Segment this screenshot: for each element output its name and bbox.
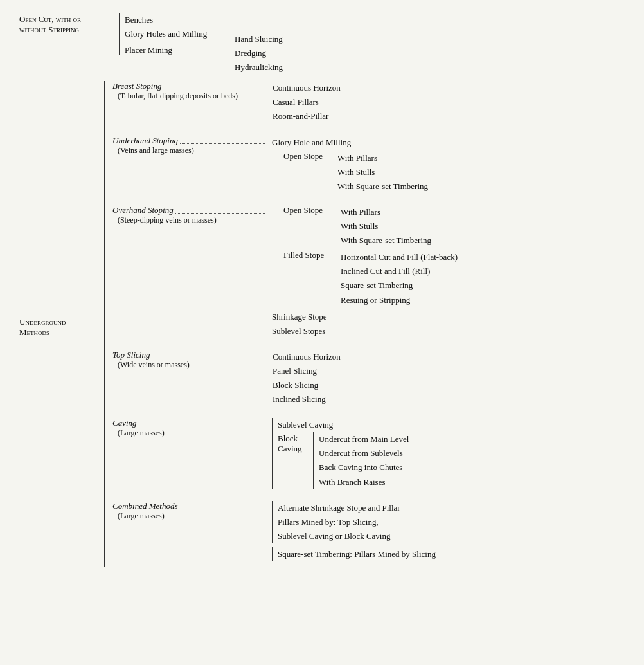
- caving-sub: (Large masses): [118, 428, 267, 438]
- underhand-open-stope-label: Open Stope: [283, 151, 332, 161]
- breast-stoping-name: Breast Stoping: [112, 81, 161, 91]
- underground-methods-col: Breast Stoping (Tabular, flat-dipping de…: [112, 81, 636, 567]
- underground-bracket: [90, 81, 112, 567]
- caving-results: Sublevel Caving Block Caving Undercut fr…: [267, 418, 409, 489]
- caving-dots: [139, 426, 265, 426]
- overhand-open-stulls: With Stulls: [341, 219, 431, 233]
- open-cut-item2: Glory Holes and Milling: [125, 27, 229, 41]
- combined-square-set-bracket: Square-set Timbering: Pillars Mined by S…: [272, 547, 436, 561]
- underhand-with-square-set: With Square-set Timbering: [337, 179, 428, 194]
- breast-result2: Casual Pillars: [273, 95, 341, 109]
- overhand-open-square-set: With Square-set Timbering: [341, 233, 431, 248]
- overhand-open-stope-group: Open Stope With Pillars With Stulls With…: [272, 205, 458, 248]
- underhand-open-stope-items: With Pillars With Stulls With Square-set…: [332, 151, 428, 194]
- underhand-glory-hole: Glory Hole and Milling: [272, 136, 428, 150]
- placer-method3: Hydraulicking: [235, 60, 283, 75]
- combined-label-col: Combined Methods (Large masses): [112, 501, 267, 521]
- block-caving-row: Block Caving Undercut from Main Level Un…: [278, 432, 409, 489]
- top-slicing-sub: (Wide veins or masses): [118, 360, 267, 370]
- overhand-stoping-row: Overhand Stoping (Steep-dipping veins or…: [112, 205, 636, 338]
- top-slicing-r2: Panel Slicing: [273, 364, 341, 378]
- overhand-sublevel-stopes: Sublevel Stopes: [272, 324, 458, 338]
- overhand-filled-stope-group: Filled Stope Horizontal Cut and Fill (Fl…: [272, 250, 458, 307]
- combined-r2: Pillars Mined by: Top Slicing,: [278, 515, 436, 529]
- underhand-name-row: Underhand Stoping: [112, 136, 267, 146]
- combined-r3: Sublevel Caving or Block Caving: [278, 529, 436, 543]
- placer-method2: Dredging: [235, 46, 283, 60]
- placer-methods-bracket: Hand Sluicing Dredging Hydraulicking: [229, 13, 283, 75]
- open-cut-title-line1: Open Cut, with or: [19, 14, 119, 24]
- overhand-name-row: Overhand Stoping: [112, 205, 267, 215]
- block-caving-r2: Undercut from Sublevels: [319, 446, 409, 460]
- placer-mining-label: Placer Mining: [125, 45, 172, 55]
- underhand-stoping-sub: (Veins and large masses): [118, 146, 267, 156]
- breast-result3: Room-and-Pillar: [273, 109, 341, 123]
- top-slicing-r3: Block Slicing: [273, 378, 341, 392]
- block-caving-r1: Undercut from Main Level: [319, 432, 409, 446]
- breast-stoping-sub: (Tabular, flat-dipping deposits or beds): [118, 91, 267, 101]
- overhand-stoping-sub: (Steep-dipping veins or masses): [118, 215, 267, 225]
- open-cut-section: Open Cut, with or without Stripping Benc…: [19, 13, 636, 75]
- chart-container: Open Cut, with or without Stripping Benc…: [19, 13, 636, 567]
- breast-stoping-results: Continuous Horizon Casual Pillars Room-a…: [267, 81, 341, 123]
- caving-row: Caving (Large masses) Sublevel Caving Bl…: [112, 418, 636, 489]
- overhand-open-pillars: With Pillars: [341, 205, 431, 219]
- caving-name-row: Caving: [112, 418, 267, 428]
- caving-name: Caving: [112, 418, 137, 428]
- breast-stoping-name-row: Breast Stoping: [112, 81, 267, 91]
- overhand-filled-icf: Inclined Cut and Fill (Rill): [341, 264, 458, 278]
- top-slicing-name: Top Slicing: [112, 350, 150, 360]
- breast-dots: [163, 89, 265, 89]
- block-caving-items: Undercut from Main Level Undercut from S…: [313, 432, 409, 489]
- combined-methods-name: Combined Methods: [112, 501, 177, 511]
- overhand-stoping-name: Overhand Stoping: [112, 205, 174, 215]
- caving-results-bracket: Sublevel Caving Block Caving Undercut fr…: [272, 418, 409, 489]
- underground-title-line1: Underground: [19, 317, 66, 327]
- combined-r5: Square-set Timbering: Pillars Mined by S…: [278, 547, 436, 561]
- combined-dots: [179, 509, 265, 509]
- underhand-open-stope-row: Open Stope With Pillars With Stulls With…: [272, 151, 428, 194]
- underhand-with-stulls: With Stulls: [337, 165, 428, 179]
- caving-sublevel: Sublevel Caving: [278, 418, 409, 432]
- overhand-filled-stope-label: Filled Stope: [283, 250, 335, 260]
- underhand-stoping-name: Underhand Stoping: [112, 136, 178, 146]
- overhand-shrinkage-stope: Shrinkage Stope: [272, 310, 458, 324]
- top-slicing-dots: [152, 358, 265, 358]
- overhand-filled-stope-items: Horizontal Cut and Fill (Flat-back) Incl…: [335, 250, 458, 307]
- combined-results: Alternate Shrinkage Stope and Pillar Pil…: [267, 501, 436, 561]
- combined-sub: (Large masses): [118, 511, 267, 521]
- underhand-with-pillars: With Pillars: [337, 151, 428, 165]
- underground-label: Underground Methods: [19, 81, 90, 567]
- combined-results-bracket: Alternate Shrinkage Stope and Pillar Pil…: [272, 501, 436, 543]
- underground-title-line2: Methods: [19, 327, 66, 338]
- top-slicing-label-col: Top Slicing (Wide veins or masses): [112, 350, 267, 370]
- top-slicing-row: Top Slicing (Wide veins or masses) Conti…: [112, 350, 636, 406]
- top-slicing-results: Continuous Horizon Panel Slicing Block S…: [267, 350, 341, 406]
- overhand-open-stope-items: With Pillars With Stulls With Square-set…: [335, 205, 431, 248]
- overhand-filled-hcf: Horizontal Cut and Fill (Flat-back): [341, 250, 458, 264]
- underhand-results: Glory Hole and Milling Open Stope With P…: [267, 136, 428, 194]
- breast-result1: Continuous Horizon: [273, 81, 341, 95]
- placer-dots: [175, 53, 226, 53]
- open-cut-content: Benches Glory Holes and Milling Placer M…: [119, 13, 636, 75]
- block-caving-r4: With Branch Raises: [319, 475, 409, 489]
- underground-section: Underground Methods Breast Stoping (Tabu…: [19, 81, 636, 567]
- block-caving-r3: Back Caving into Chutes: [319, 460, 409, 475]
- open-cut-label: Open Cut, with or without Stripping: [19, 13, 119, 75]
- top-slicing-name-row: Top Slicing: [112, 350, 267, 360]
- overhand-dots: [175, 213, 265, 214]
- block-caving-label: Block Caving: [278, 432, 313, 454]
- underhand-stoping-label-col: Underhand Stoping (Veins and large masse…: [112, 136, 267, 156]
- placer-method1: Hand Sluicing: [235, 32, 283, 46]
- overhand-filled-resuing: Resuing or Stripping: [341, 293, 458, 307]
- combined-name-row: Combined Methods: [112, 501, 267, 511]
- overhand-results: Open Stope With Pillars With Stulls With…: [267, 205, 458, 338]
- top-slicing-r1: Continuous Horizon: [273, 350, 341, 364]
- caving-label-col: Caving (Large masses): [112, 418, 267, 438]
- underhand-dots: [180, 143, 265, 144]
- underhand-stoping-row: Underhand Stoping (Veins and large masse…: [112, 136, 636, 194]
- breast-stoping-row: Breast Stoping (Tabular, flat-dipping de…: [112, 81, 636, 123]
- combined-r1: Alternate Shrinkage Stope and Pillar: [278, 501, 436, 515]
- overhand-stoping-label-col: Overhand Stoping (Steep-dipping veins or…: [112, 205, 267, 225]
- overhand-open-stope-label: Open Stope: [283, 205, 335, 215]
